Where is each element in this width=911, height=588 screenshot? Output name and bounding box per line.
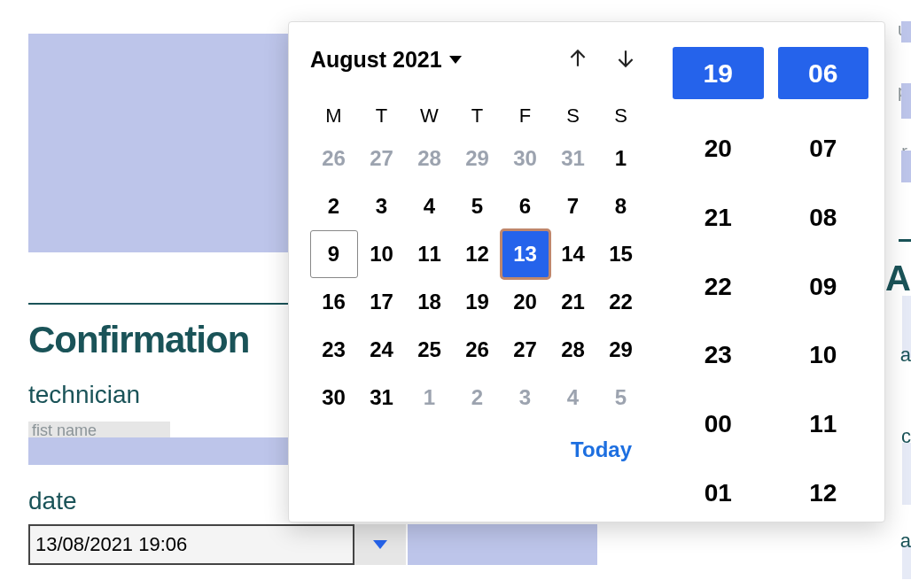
date-label: date	[28, 487, 77, 515]
edge-strip	[901, 21, 911, 43]
weekday-header: T	[454, 97, 502, 135]
calendar-day[interactable]: 16	[310, 278, 358, 326]
calendar-day[interactable]: 30	[310, 374, 358, 422]
edge-strip	[902, 443, 911, 505]
calendar-day[interactable]: 23	[310, 326, 358, 374]
calendar-day[interactable]: 3	[358, 182, 406, 230]
calendar-day[interactable]: 2	[454, 374, 502, 422]
hour-option[interactable]: 00	[673, 405, 764, 444]
minute-option[interactable]: 08	[778, 198, 869, 237]
next-month-button[interactable]	[614, 47, 637, 73]
today-button[interactable]: Today	[571, 437, 632, 462]
weekday-header: S	[597, 97, 645, 135]
minute-option[interactable]: 10	[778, 336, 869, 375]
calendar-day[interactable]: 30	[502, 135, 549, 182]
calendar-day[interactable]: 15	[597, 230, 645, 278]
month-year-button[interactable]: August 2021	[310, 47, 462, 73]
calendar-day[interactable]: 28	[406, 135, 454, 182]
calendar-day[interactable]: 8	[597, 182, 645, 230]
minutes-column: 06070809101112	[778, 47, 869, 513]
calendar-day[interactable]: 10	[358, 230, 406, 278]
calendar-day[interactable]: 4	[406, 182, 454, 230]
calendar-day[interactable]: 9	[310, 230, 358, 278]
arrow-down-icon	[614, 47, 637, 70]
hour-option[interactable]: 21	[673, 198, 764, 237]
triangle-down-icon	[449, 56, 462, 64]
calendar-day[interactable]: 18	[406, 278, 454, 326]
weekday-header: F	[502, 97, 549, 135]
arrow-up-icon	[566, 47, 589, 70]
date-input[interactable]: 13/08/2021 19:06	[28, 524, 354, 565]
calendar-day[interactable]: 28	[549, 326, 597, 374]
calendar-day[interactable]: 1	[597, 135, 645, 182]
calendar-day[interactable]: 5	[597, 374, 645, 422]
edge-divider	[899, 239, 911, 242]
edge-strip	[901, 83, 911, 119]
calendar-day[interactable]: 1	[406, 374, 454, 422]
calendar-day[interactable]: 6	[502, 182, 549, 230]
calendar-day[interactable]: 11	[406, 230, 454, 278]
calendar-day[interactable]: 27	[358, 135, 406, 182]
prev-month-button[interactable]	[566, 47, 589, 73]
minute-option[interactable]: 06	[778, 47, 869, 99]
datetime-picker-popup: August 2021 MTWTFSS 26272829303112345678…	[288, 21, 885, 522]
calendar-day[interactable]: 31	[358, 374, 406, 422]
calendar-day[interactable]: 19	[454, 278, 502, 326]
hour-option[interactable]: 22	[673, 267, 764, 306]
hour-option[interactable]: 23	[673, 336, 764, 375]
minute-option[interactable]: 11	[778, 405, 869, 444]
calendar-day[interactable]: 27	[502, 326, 549, 374]
caret-down-icon	[373, 540, 387, 549]
weekday-header: S	[549, 97, 597, 135]
minute-option[interactable]: 12	[778, 474, 869, 513]
edge-char: c	[901, 425, 911, 448]
hours-column: 19202122230001	[673, 47, 764, 513]
technician-label: technician	[28, 381, 140, 409]
edge-strip	[901, 151, 911, 182]
calendar-day[interactable]: 29	[454, 135, 502, 182]
calendar-day[interactable]: 31	[549, 135, 597, 182]
calendar-day[interactable]: 2	[310, 182, 358, 230]
calendar-day[interactable]: 5	[454, 182, 502, 230]
minute-option[interactable]: 07	[778, 129, 869, 168]
calendar-day[interactable]: 26	[310, 135, 358, 182]
calendar-day[interactable]: 3	[502, 374, 549, 422]
calendar-day[interactable]: 26	[454, 326, 502, 374]
hour-option[interactable]: 01	[673, 474, 764, 513]
weekday-header: W	[406, 97, 454, 135]
calendar-day[interactable]: 14	[549, 230, 597, 278]
calendar-day[interactable]: 12	[454, 230, 502, 278]
edge-char: a	[900, 344, 911, 367]
edge-heading-fragment: A	[885, 259, 911, 298]
calendar-day[interactable]: 24	[358, 326, 406, 374]
hour-option[interactable]: 20	[673, 129, 764, 168]
calendar-day[interactable]: 7	[549, 182, 597, 230]
calendar-day[interactable]: 29	[597, 326, 645, 374]
section-heading: Confirmation	[28, 319, 249, 361]
edge-char: a	[900, 530, 911, 553]
calendar-day[interactable]: 17	[358, 278, 406, 326]
adjacent-field[interactable]	[408, 524, 597, 565]
month-year-label: August 2021	[310, 47, 442, 73]
calendar-day[interactable]: 21	[549, 278, 597, 326]
calendar-day[interactable]: 25	[406, 326, 454, 374]
date-dropdown-button[interactable]	[354, 524, 406, 565]
calendar-day[interactable]: 4	[549, 374, 597, 422]
weekday-header: M	[310, 97, 358, 135]
minute-option[interactable]: 09	[778, 267, 869, 306]
weekday-header: T	[358, 97, 406, 135]
calendar-day[interactable]: 22	[597, 278, 645, 326]
calendar-day[interactable]: 13	[502, 230, 549, 278]
hour-option[interactable]: 19	[673, 47, 764, 99]
calendar-day[interactable]: 20	[502, 278, 549, 326]
